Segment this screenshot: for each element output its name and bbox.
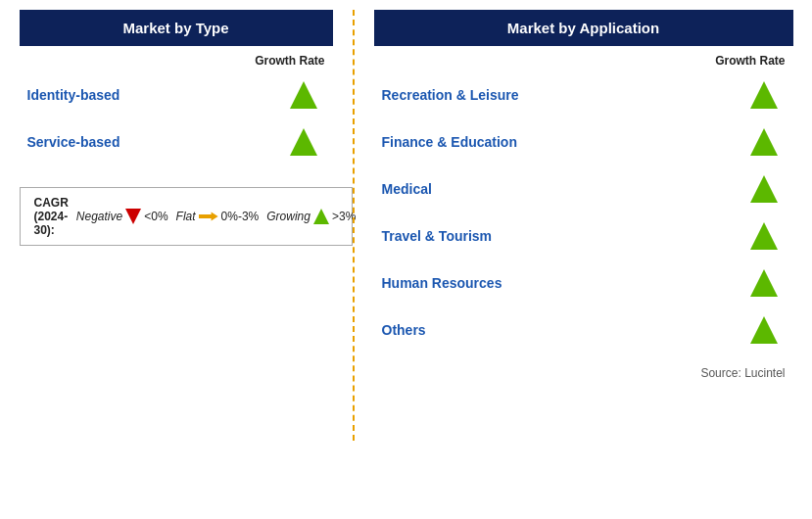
legend-up-icon (313, 209, 329, 224)
legend-item-flat: Flat 0%-3% (176, 210, 260, 223)
recreation-arrow-up-icon (750, 81, 778, 109)
legend-item-negative: Negative <0% (76, 209, 168, 224)
medical-label: Medical (382, 181, 432, 197)
right-row-others: Others (374, 307, 793, 354)
identity-based-label: Identity-based (27, 87, 120, 103)
legend-negative-label: Negative (76, 210, 122, 223)
left-row-identity: Identity-based (20, 71, 333, 118)
left-row-service: Service-based (20, 118, 333, 165)
legend-flat-label: Flat (176, 210, 196, 223)
legend-flat-icon (199, 212, 218, 221)
legend-negative-value: <0% (144, 210, 167, 223)
right-row-finance: Finance & Education (374, 118, 793, 165)
left-panel-title: Market by Type (20, 10, 333, 46)
legend-title-line2: (2024-30): (34, 210, 69, 237)
finance-label: Finance & Education (382, 134, 517, 150)
right-panel-title: Market by Application (374, 10, 793, 46)
legend-growing-label: Growing (266, 210, 310, 223)
right-row-medical: Medical (374, 165, 793, 212)
others-label: Others (382, 322, 426, 338)
right-row-recreation: Recreation & Leisure (374, 71, 793, 118)
travel-arrow-up-icon (750, 222, 778, 250)
hr-arrow-up-icon (750, 269, 778, 297)
right-section: Market by Application Growth Rate Recrea… (364, 10, 803, 381)
recreation-label: Recreation & Leisure (382, 87, 519, 103)
medical-arrow-up-icon (750, 175, 778, 203)
legend-flat-value: 0%-3% (221, 210, 260, 223)
legend-item-growing: Growing >3% (266, 209, 356, 224)
right-panel: Market by Application Growth Rate Recrea… (364, 10, 803, 381)
right-growth-rate-label: Growth Rate (715, 54, 785, 68)
source-label: Source: Lucintel (700, 356, 785, 380)
left-panel: Market by Type Growth Rate Identity-base… (10, 10, 343, 165)
others-arrow-up-icon (750, 316, 778, 344)
finance-arrow-up-icon (750, 128, 778, 156)
identity-arrow-up-icon (290, 81, 317, 109)
right-row-travel: Travel & Tourism (374, 212, 793, 260)
service-arrow-up-icon (290, 128, 317, 156)
legend-down-icon (125, 209, 141, 224)
left-section: Market by Type Growth Rate Identity-base… (10, 10, 343, 246)
divider (353, 10, 355, 441)
left-growth-rate-label: Growth Rate (255, 54, 324, 68)
service-based-label: Service-based (27, 134, 120, 150)
right-row-hr: Human Resources (374, 260, 793, 307)
legend-title: CAGR (2024-30): (34, 196, 69, 237)
legend-box: CAGR (2024-30): Negative <0% Flat 0%-3% … (20, 187, 353, 246)
legend-title-line1: CAGR (34, 196, 69, 210)
main-container: Market by Type Growth Rate Identity-base… (10, 10, 803, 509)
travel-label: Travel & Tourism (382, 228, 493, 244)
hr-label: Human Resources (382, 275, 502, 291)
